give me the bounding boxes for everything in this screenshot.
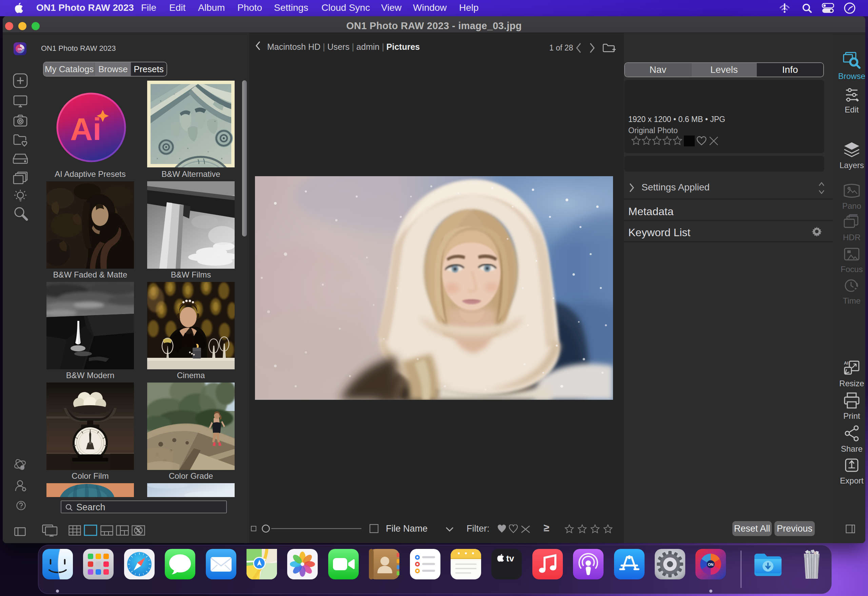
svg-text:ON: ON xyxy=(708,562,714,566)
svg-text:ON: ON xyxy=(18,47,22,51)
svg-text:tv: tv xyxy=(506,553,515,564)
svg-text:AI: AI xyxy=(844,360,848,366)
svg-text:Ai: Ai xyxy=(70,112,101,146)
